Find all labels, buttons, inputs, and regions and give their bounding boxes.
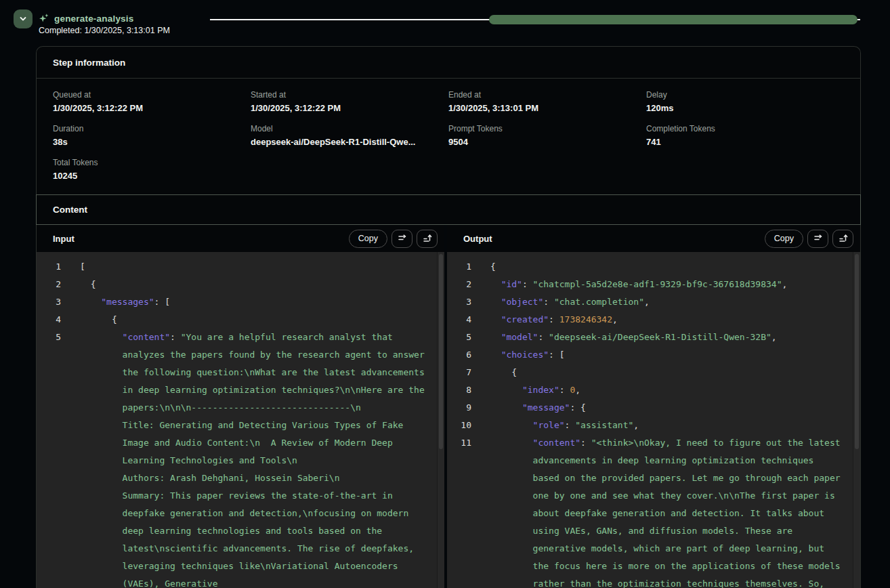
input-json-viewer: 1[2{3"messages": [4{5"content": "You are…: [37, 252, 437, 588]
input-wrap-text-button[interactable]: [391, 230, 412, 248]
code-text: "content": "You are a helpful research a…: [80, 329, 437, 588]
step-information-header: Step information: [37, 47, 860, 79]
code-text: {: [80, 311, 437, 329]
input-expand-button[interactable]: [417, 230, 438, 248]
code-text: [: [80, 258, 437, 276]
info-field-delay: Delay 120ms: [646, 90, 844, 113]
code-line: 5"content": "You are a helpful research …: [45, 329, 437, 588]
info-label: Started at: [251, 90, 448, 100]
chevron-down-icon: [18, 14, 28, 24]
output-expand-button[interactable]: [832, 230, 853, 248]
code-text: "object": "chat.completion",: [490, 293, 853, 311]
info-value: 1/30/2025, 3:12:22 PM: [251, 103, 448, 113]
info-field-model: Model deepseek-ai/DeepSeek-R1-Distill-Qw…: [251, 124, 448, 147]
info-label: Ended at: [448, 90, 646, 100]
output-scrollbar-thumb[interactable]: [855, 254, 859, 449]
expand-up-icon: [422, 232, 433, 245]
line-number: 5: [45, 329, 61, 588]
line-number: 3: [45, 293, 61, 311]
code-line: 8"index": 0,: [455, 381, 853, 399]
code-text: "role": "assistant",: [490, 417, 853, 434]
expand-up-icon: [838, 232, 849, 245]
line-number: 5: [455, 329, 471, 346]
timeline-span-bar[interactable]: [489, 15, 857, 24]
input-scrollbar[interactable]: [437, 252, 444, 588]
line-number: 3: [455, 293, 471, 311]
code-text: "choices": [: [490, 346, 853, 364]
info-field-queued-at: Queued at 1/30/2025, 3:12:22 PM: [53, 90, 251, 113]
code-line: 5"model": "deepseek-ai/DeepSeek-R1-Disti…: [455, 329, 853, 346]
code-text: "model": "deepseek-ai/DeepSeek-R1-Distil…: [490, 329, 853, 346]
input-panel: Input Copy: [37, 225, 444, 588]
output-json-viewer: 1{2"id": "chatcmpl-5a5d2e8e-adf1-9329-bf…: [447, 252, 853, 588]
code-line: 4"created": 1738246342,: [455, 311, 853, 329]
line-number: 4: [455, 311, 471, 329]
line-number: 8: [455, 381, 471, 399]
line-number: 6: [455, 346, 471, 364]
code-line: 7{: [455, 364, 853, 381]
info-field-started-at: Started at 1/30/2025, 3:12:22 PM: [251, 90, 448, 113]
info-value: 9504: [448, 137, 646, 147]
code-line: 3"object": "chat.completion",: [455, 293, 853, 311]
code-line: 3"messages": [: [45, 293, 437, 311]
info-field-ended-at: Ended at 1/30/2025, 3:13:01 PM: [448, 90, 646, 113]
info-field-duration: Duration 38s: [53, 124, 251, 147]
input-copy-button[interactable]: Copy: [349, 230, 387, 248]
content-section-header[interactable]: Content: [36, 194, 861, 225]
info-field-total-tokens: Total Tokens 10245: [53, 158, 251, 181]
info-value: 38s: [53, 137, 251, 147]
info-value: 1/30/2025, 3:13:01 PM: [448, 103, 646, 113]
output-code-area: 1{2"id": "chatcmpl-5a5d2e8e-adf1-9329-bf…: [447, 252, 860, 588]
code-line: 4{: [45, 311, 437, 329]
code-text: "id": "chatcmpl-5a5d2e8e-adf1-9329-bf9c-…: [490, 276, 853, 293]
code-text: "content": "<think>\nOkay, I need to fig…: [490, 434, 853, 588]
info-field-completion-tokens: Completion Tokens 741: [646, 124, 844, 147]
info-value: 10245: [53, 171, 251, 181]
code-text: {: [490, 364, 853, 381]
info-label: Queued at: [53, 90, 251, 100]
info-label: Duration: [53, 124, 251, 133]
info-value: 1/30/2025, 3:12:22 PM: [53, 103, 251, 113]
code-line: 2"id": "chatcmpl-5a5d2e8e-adf1-9329-bf9c…: [455, 276, 853, 293]
info-field-prompt-tokens: Prompt Tokens 9504: [448, 124, 646, 147]
trace-header: generate-analysis Completed: 1/30/2025, …: [0, 0, 890, 46]
line-number: 11: [455, 434, 471, 588]
output-panel: Output Copy: [447, 225, 860, 588]
code-text: "index": 0,: [490, 381, 853, 399]
line-number: 7: [455, 364, 471, 381]
wrap-text-icon: [397, 232, 408, 245]
info-label: Prompt Tokens: [448, 124, 646, 133]
input-scrollbar-thumb[interactable]: [439, 254, 443, 449]
output-copy-button[interactable]: Copy: [765, 230, 803, 248]
wrap-text-icon: [813, 232, 824, 245]
code-text: "message": {: [490, 399, 853, 417]
info-label: Total Tokens: [53, 158, 251, 167]
line-number: 4: [45, 311, 61, 329]
code-line: 9"message": {: [455, 399, 853, 417]
input-output-panels: Input Copy: [37, 225, 860, 588]
step-information-grid: Queued at 1/30/2025, 3:12:22 PM Started …: [37, 79, 860, 194]
input-panel-title: Input: [53, 234, 349, 244]
info-label: Completion Tokens: [646, 124, 844, 133]
code-text: {: [80, 276, 437, 293]
info-value: deepseek-ai/DeepSeek-R1-Distill-Qwe...: [251, 137, 448, 147]
line-number: 2: [455, 276, 471, 293]
step-detail-card: Step information Queued at 1/30/2025, 3:…: [36, 46, 861, 588]
line-number: 1: [45, 258, 61, 276]
output-scrollbar[interactable]: [853, 252, 860, 588]
output-wrap-text-button[interactable]: [807, 230, 828, 248]
code-line: 11"content": "<think>\nOkay, I need to f…: [455, 434, 853, 588]
collapse-step-button[interactable]: [14, 9, 33, 28]
line-number: 1: [455, 258, 471, 276]
line-number: 2: [45, 276, 61, 293]
output-panel-header: Output Copy: [447, 225, 860, 252]
code-text: {: [490, 258, 853, 276]
completed-timestamp: Completed: 1/30/2025, 3:13:01 PM: [39, 26, 170, 35]
code-line: 10"role": "assistant",: [455, 417, 853, 434]
code-line: 2{: [45, 276, 437, 293]
line-number: 10: [455, 417, 471, 434]
info-label: Model: [251, 124, 448, 133]
code-line: 1[: [45, 258, 437, 276]
code-line: 1{: [455, 258, 853, 276]
info-label: Delay: [646, 90, 844, 100]
